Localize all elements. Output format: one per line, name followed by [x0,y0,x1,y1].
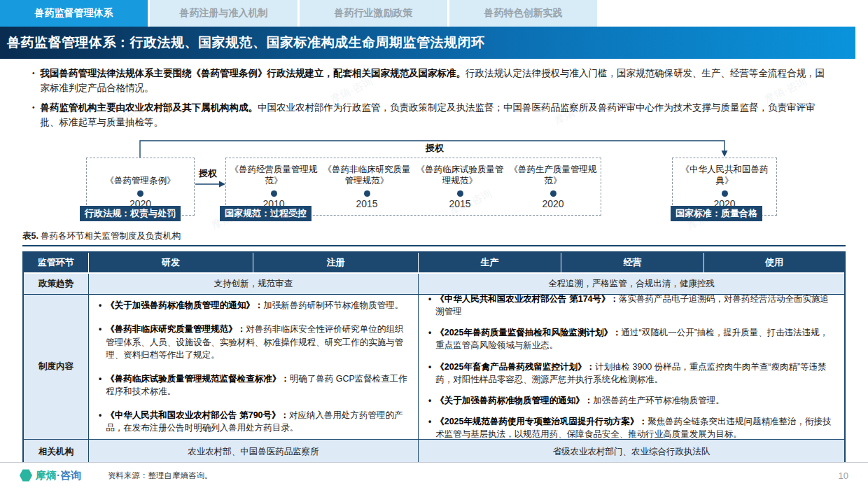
timeline-diagram: 授权 授权 《兽药管理条例》 2020 《兽药经营质量管理规范》 2010 《兽… [22,135,846,226]
tag-national-practice: 国家规范：过程受控 [220,206,312,221]
list-item: 《中华人民共和国农业农村部公告 第790号》：对应纳入兽用处方药管理的产品，在发… [97,409,410,434]
doc-name: 《兽药临床试验质量管理规范》 [414,163,505,187]
tab-supervision-system[interactable]: 兽药监督管理体系 [0,0,148,27]
tag-national-standard: 国家标准：质量合格 [671,206,762,221]
timeline-dot-icon [457,190,463,197]
tab-industry-incentives[interactable]: 兽药行业激励政策 [300,0,447,27]
policy-trend-left: 支持创新，规范审查 [89,274,419,295]
list-item: 《关于加强兽药标准物质管理的通知》：加强新兽药研制环节标准物质管理。 [97,299,410,312]
intro-bullet-1-bold: 我国兽药管理法律法规体系主要围绕《兽药管理条例》行政法规建立，配套相关国家规范及… [41,68,466,78]
doc-desc: 加强兽药生产环节标准物质管理。 [593,396,724,405]
col-header-operation: 经营 [561,253,704,274]
doc-title: 《2025年兽药质量监督抽检和风险监测计划》： [435,328,621,337]
intro-section: 我国兽药管理法律法规体系主要围绕《兽药管理条例》行政法规建立，配套相关国家规范及… [0,59,868,130]
col-header-stage: 监管环节 [24,253,89,274]
top-tab-bar: 兽药监督管理体系 兽药注册与准入机制 兽药行业激励政策 兽药特色创新实践 [0,0,868,27]
row-label-policy-trend: 政策趋势 [24,274,89,295]
arrow-down-icon [722,151,728,157]
slide: 摩熵·咨询 摩熵·咨询 摩熵·咨询 摩熵·咨询 摩熵·咨询 摩熵·咨询 摩熵·咨… [0,0,868,488]
policy-trend-right: 全程追溯，严格监管，合规出清，健康控残 [419,274,844,295]
table-caption: 表5.兽药各环节相关监管制度及负责机构 [22,230,846,246]
doc-name: 《中华人民共和国兽药典》 [679,163,770,187]
tab-innovation-practice[interactable]: 兽药特色创新实践 [449,0,597,27]
doc-name: 《兽药生产质量管理规范》 [507,163,598,187]
table-caption-text: 兽药各环节相关监管制度及负责机构 [41,231,181,241]
col-header-rnd: 研发 [89,253,253,274]
doc-title: 《2025年畜禽产品兽药残留监控计划》： [435,362,595,372]
list-item: 《2025年兽药质量监督抽检和风险监测计划》：通过“双随机一公开”抽检，提升质量… [427,326,836,351]
timeline-item: 《兽药非临床研究质量管理规范》 2015 [321,158,412,215]
page-number: 10 [839,470,848,481]
timeline-dot-icon [722,190,728,197]
intro-bullet-2-bold: 兽药监管机构主要由农业农村部及其下属机构构成。 [41,102,258,113]
timeline-dot-icon [137,190,144,197]
footer: 摩熵 ·咨询 资料来源：整理自摩熵咨询。 10 [0,462,868,488]
doc-desc: 加强新兽药研制环节标准物质管理。 [263,300,403,310]
authorization-label-top: 授权 [426,142,444,155]
doc-title: 《中华人民共和国农业农村部公告 第790号》： [106,410,289,420]
doc-title: 《2025年规范兽药使用专项整治巩固提升行动方案》： [435,417,648,426]
list-item: 《兽药临床试验质量管理规范监督检查标准》：明确了兽药 GCP监督检查工作程序和技… [97,372,410,398]
regulation-table: 监管环节 研发 注册 生产 经营 使用 政策趋势 支持创新，规范审查 全程追溯，… [22,251,846,466]
tag-admin-regulation: 行政法规：权责与处罚 [80,206,181,221]
doc-title: 《关于加强兽药标准物质管理的通知》： [435,396,593,405]
brand-hexagon-icon [20,469,32,482]
doc-name: 《兽药非临床研究质量管理规范》 [321,163,412,187]
table-caption-number: 表5. [22,231,38,241]
list-item: 《兽药非临床研究质量管理规范》：对兽药非临床安全性评价研究单位的组织管理体系、人… [97,323,410,361]
related-agencies-right: 省级农业农村部门、农业综合行政执法队 [419,440,844,465]
col-header-registration: 注册 [253,253,419,274]
col-header-usage: 使用 [704,253,844,274]
doc-name: 《兽药经营质量管理规范》 [228,163,319,187]
row-label-system-content: 制度内容 [24,295,89,440]
doc-title: 《兽药临床试验质量管理规范监督检查标准》： [106,374,290,384]
list-item: 《2025年畜禽产品兽药残留监控计划》：计划抽检 3900 份样品，重点监控肉牛… [427,361,836,386]
title-bar: 兽药监督管理体系：行政法规、国家规范、国家标准构成生命周期监管法规闭环 [0,27,855,59]
brand-logo: 摩熵 ·咨询 [20,469,81,482]
doc-name: 《兽药管理条例》 [95,163,186,187]
doc-year: 2020 [507,198,598,209]
doc-title: 《兽药非临床研究质量管理规范》： [106,324,246,334]
authorization-label-mid: 授权 [199,167,217,180]
list-item: 《关于加强兽药标准物质管理的通知》：加强兽药生产环节标准物质管理。 [427,394,836,407]
doc-year: 2015 [414,198,505,209]
row-label-related-agencies: 相关机构 [24,440,89,465]
timeline-item: 《兽药临床试验质量管理规范》 2015 [414,158,505,215]
timeline-item: 《兽药生产质量管理规范》 2020 [507,158,598,215]
intro-bullet-1: 我国兽药管理法律法规体系主要围绕《兽药管理条例》行政法规建立，配套相关国家规范及… [32,67,839,96]
doc-title: 《关于加强兽药标准物质管理的通知》： [106,300,263,310]
timeline-dot-icon [271,190,277,197]
doc-title: 《中华人民共和国农业农村部公告 第174号》： [435,294,619,304]
page-title: 兽药监督管理体系：行政法规、国家规范、国家标准构成生命周期监管法规闭环 [7,34,485,52]
system-content-left: 《关于加强兽药标准物质管理的通知》：加强新兽药研制环节标准物质管理。 《兽药非临… [89,295,419,440]
timeline-dot-icon [364,190,370,197]
col-header-production: 生产 [419,253,561,274]
source-note: 资料来源：整理自摩熵咨询。 [108,470,213,481]
system-content-right: 《中华人民共和国农业农村部公告 第174号》：落实兽药产品电子追溯码，对兽药经营… [419,295,844,440]
related-agencies-left: 农业农村部、中国兽医药品监察所 [89,440,419,465]
list-item: 《中华人民共和国农业农村部公告 第174号》：落实兽药产品电子追溯码，对兽药经营… [427,293,836,318]
intro-bullet-2: 兽药监管机构主要由农业农村部及其下属机构构成。中国农业农村部作为行政监管，负责政… [32,101,839,130]
list-item: 《2025年规范兽药使用专项整治巩固提升行动方案》：聚焦兽药全链条突出违规问题精… [427,415,836,440]
doc-year: 2015 [321,198,412,209]
arrow-right-icon [219,181,225,187]
brand-name-part1: 摩熵 [36,469,57,482]
tab-registration-access[interactable]: 兽药注册与准入机制 [150,0,298,27]
brand-name-part2: ·咨询 [57,469,81,482]
timeline-dot-icon [550,190,556,197]
